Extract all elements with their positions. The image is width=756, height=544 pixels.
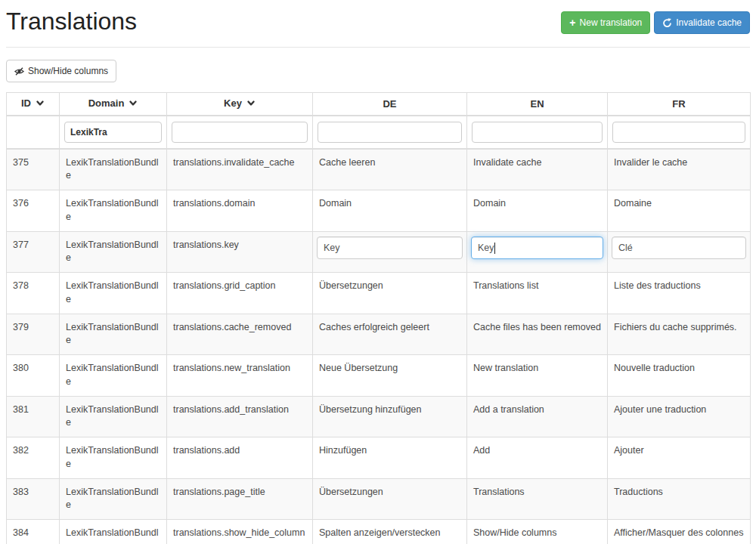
cell-domain: LexikTranslationBundle bbox=[60, 520, 167, 544]
cell-de bbox=[313, 231, 467, 273]
table-header: ID Domain Key DE EN FR bbox=[7, 93, 751, 149]
table-row: 382LexikTranslationBundletranslations.ad… bbox=[7, 437, 751, 479]
cell-key: translations.add bbox=[167, 437, 313, 479]
cell-key: translations.cache_removed bbox=[167, 314, 313, 355]
new-translation-label: New translation bbox=[580, 16, 643, 29]
filter-cell-en bbox=[467, 116, 608, 149]
cell-id: 383 bbox=[7, 478, 60, 520]
cell-de: Cache leeren bbox=[313, 149, 467, 190]
filter-input-key[interactable] bbox=[172, 122, 308, 143]
filter-input-de[interactable] bbox=[318, 122, 462, 143]
cell-en: Translations bbox=[467, 478, 608, 520]
cell-id: 384 bbox=[7, 520, 60, 544]
filter-cell-id bbox=[7, 116, 60, 149]
table-row: 377LexikTranslationBundletranslations.ke… bbox=[7, 231, 751, 273]
filter-input-fr[interactable] bbox=[612, 122, 745, 143]
cell-id: 375 bbox=[7, 149, 60, 190]
cell-de: Spalten anzeigen/verstecken bbox=[313, 520, 467, 544]
cell-en: Invalidate cache bbox=[467, 149, 608, 190]
cell-id: 378 bbox=[7, 273, 60, 314]
eye-slash-icon bbox=[14, 66, 24, 76]
column-label: Key bbox=[224, 97, 242, 109]
filter-input-domain[interactable] bbox=[64, 122, 162, 143]
translations-page: Translations + New translation Invalidat… bbox=[0, 0, 756, 544]
edit-input-fr[interactable] bbox=[612, 236, 746, 259]
cell-key: translations.add_translation bbox=[167, 396, 313, 437]
column-label: DE bbox=[383, 98, 396, 110]
cell-en: Translations list bbox=[467, 273, 608, 314]
invalidate-cache-button[interactable]: Invalidate cache bbox=[654, 11, 750, 34]
column-label: ID bbox=[21, 97, 31, 109]
text-cursor bbox=[494, 243, 495, 254]
cell-de: Neue Übersetzung bbox=[313, 355, 467, 397]
plus-icon: + bbox=[569, 18, 575, 27]
cell-fr: Ajouter une traduction bbox=[608, 396, 751, 437]
cell-de: Domain bbox=[313, 190, 467, 232]
cell-de: Übersetzung hinzufügen bbox=[313, 396, 467, 437]
show-hide-columns-button[interactable]: Show/Hide columns bbox=[6, 60, 116, 82]
cell-en: Show/Hide columns bbox=[467, 520, 608, 544]
cell-key: translations.grid_caption bbox=[167, 273, 313, 314]
cell-en: Add bbox=[467, 437, 608, 479]
column-header-key[interactable]: Key bbox=[167, 93, 313, 116]
cell-en bbox=[467, 231, 608, 273]
table-row: 375LexikTranslationBundletranslations.in… bbox=[7, 149, 751, 190]
column-label: FR bbox=[672, 98, 685, 110]
cell-domain: LexikTranslationBundle bbox=[60, 396, 167, 437]
filter-cell-fr bbox=[608, 116, 751, 149]
page-header: Translations + New translation Invalidat… bbox=[6, 0, 750, 36]
cell-domain: LexikTranslationBundle bbox=[60, 149, 167, 190]
cell-id: 377 bbox=[7, 231, 60, 273]
filter-input-en[interactable] bbox=[472, 122, 603, 143]
cell-domain: LexikTranslationBundle bbox=[60, 478, 167, 520]
column-label: Domain bbox=[88, 97, 125, 109]
cell-domain: LexikTranslationBundle bbox=[60, 231, 167, 273]
translations-table: ID Domain Key DE EN FR 375L bbox=[6, 92, 751, 544]
cell-fr: Afficher/Masquer des colonnes bbox=[608, 520, 751, 544]
column-header-domain[interactable]: Domain bbox=[60, 93, 167, 116]
column-header-en: EN bbox=[467, 93, 608, 116]
cell-key: translations.domain bbox=[167, 190, 313, 232]
cell-key: translations.key bbox=[167, 231, 313, 273]
cell-domain: LexikTranslationBundle bbox=[60, 355, 167, 397]
header-divider bbox=[6, 47, 750, 48]
cell-en: Cache files has been removed bbox=[467, 314, 608, 355]
cell-id: 380 bbox=[7, 355, 60, 397]
cell-de: Übersetzungen bbox=[313, 478, 467, 520]
refresh-icon bbox=[662, 18, 672, 28]
cell-fr: Invalider le cache bbox=[608, 149, 751, 190]
edit-input-en[interactable] bbox=[471, 236, 603, 259]
cell-key: translations.invalidate_cache bbox=[167, 149, 313, 190]
table-row: 381LexikTranslationBundletranslations.ad… bbox=[7, 396, 751, 437]
cell-id: 381 bbox=[7, 396, 60, 437]
table-row: 378LexikTranslationBundletranslations.gr… bbox=[7, 273, 751, 314]
sort-chevron-icon bbox=[129, 98, 138, 110]
column-header-fr: FR bbox=[608, 93, 751, 116]
column-header-id[interactable]: ID bbox=[7, 93, 60, 116]
table-row: 380LexikTranslationBundletranslations.ne… bbox=[7, 355, 751, 397]
cell-fr: Fichiers du cache supprimés. bbox=[608, 314, 751, 355]
filter-cell-de bbox=[313, 116, 467, 149]
sort-chevron-icon bbox=[246, 98, 256, 110]
grid-toolbar: Show/Hide columns bbox=[6, 60, 750, 82]
column-header-de: DE bbox=[313, 93, 467, 116]
table-row: 376LexikTranslationBundletranslations.do… bbox=[7, 190, 751, 232]
page-title: Translations bbox=[6, 8, 137, 36]
column-label: EN bbox=[530, 98, 544, 110]
cell-en: Domain bbox=[467, 190, 608, 232]
cell-fr: Traductions bbox=[608, 478, 751, 520]
cell-key: translations.show_hide_columns bbox=[167, 520, 313, 544]
sort-chevron-icon bbox=[36, 98, 45, 110]
cell-id: 382 bbox=[7, 437, 60, 479]
cell-fr bbox=[608, 231, 751, 273]
new-translation-button[interactable]: + New translation bbox=[561, 11, 650, 34]
cell-en: New translation bbox=[467, 355, 608, 397]
show-hide-columns-label: Show/Hide columns bbox=[28, 64, 108, 78]
cell-domain: LexikTranslationBundle bbox=[60, 190, 167, 232]
invalidate-cache-label: Invalidate cache bbox=[676, 16, 742, 29]
cell-fr: Ajouter bbox=[608, 437, 751, 479]
header-buttons: + New translation Invalidate cache bbox=[561, 11, 750, 34]
cell-id: 379 bbox=[7, 314, 60, 355]
cell-domain: LexikTranslationBundle bbox=[60, 437, 167, 479]
edit-input-de[interactable] bbox=[317, 236, 463, 259]
